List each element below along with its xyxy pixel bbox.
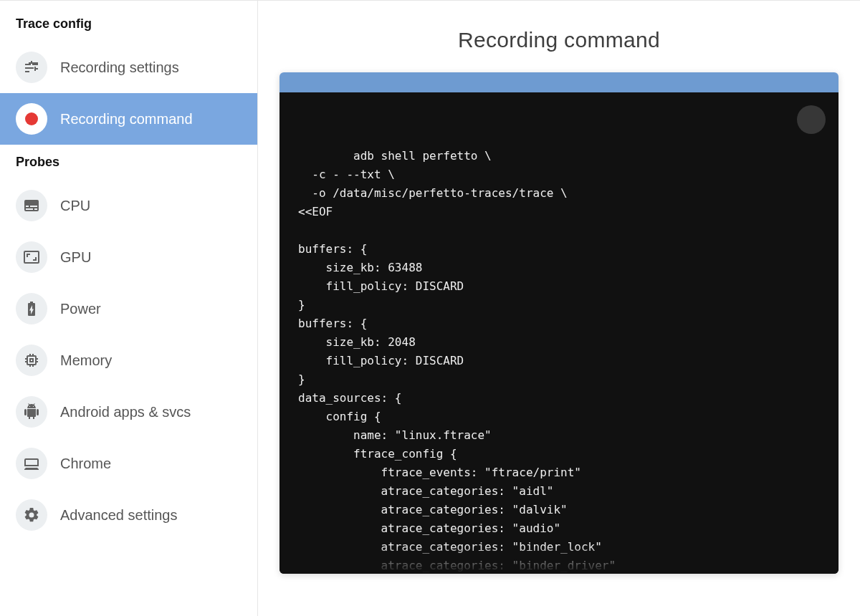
main-panel: Recording command adb shell perfetto \ -… xyxy=(258,1,860,616)
code-card: adb shell perfetto \ -c - --txt \ -o /da… xyxy=(280,72,838,574)
sidebar-item-label: Recording settings xyxy=(60,59,242,76)
android-icon xyxy=(16,396,47,428)
sidebar-item-label: Memory xyxy=(60,352,242,369)
sidebar-item-label: GPU xyxy=(60,249,242,266)
aspect-ratio-icon xyxy=(16,241,47,273)
record-icon xyxy=(16,103,47,135)
sidebar: Trace config Recording settings Recordin… xyxy=(0,1,258,616)
app-frame: Trace config Recording settings Recordin… xyxy=(0,0,860,616)
sidebar-item-advanced[interactable]: Advanced settings xyxy=(0,489,257,541)
sidebar-item-label: Recording command xyxy=(60,111,242,127)
code-card-header xyxy=(280,72,838,92)
section-heading-probes: Probes xyxy=(0,155,257,180)
code-text: adb shell perfetto \ -c - --txt \ -o /da… xyxy=(298,149,616,574)
laptop-icon xyxy=(16,448,47,479)
sidebar-item-label: Power xyxy=(60,301,242,317)
gear-icon xyxy=(16,499,47,531)
sidebar-item-label: CPU xyxy=(60,198,242,214)
svg-point-0 xyxy=(25,112,38,125)
clipboard-icon xyxy=(761,92,838,150)
sidebar-item-chrome[interactable]: Chrome xyxy=(0,438,257,489)
sidebar-item-recording-settings[interactable]: Recording settings xyxy=(0,42,257,93)
copy-button[interactable] xyxy=(797,105,826,134)
sidebar-item-cpu[interactable]: CPU xyxy=(0,180,257,231)
code-body: adb shell perfetto \ -c - --txt \ -o /da… xyxy=(280,92,838,574)
memory-icon xyxy=(16,345,47,376)
subtitles-icon xyxy=(16,190,47,221)
battery-icon xyxy=(16,293,47,324)
sidebar-item-power[interactable]: Power xyxy=(0,283,257,335)
section-heading-trace: Trace config xyxy=(0,16,257,42)
tune-icon xyxy=(16,52,47,83)
sidebar-item-recording-command[interactable]: Recording command xyxy=(0,93,257,145)
sidebar-item-label: Android apps & svcs xyxy=(60,404,242,420)
sidebar-item-memory[interactable]: Memory xyxy=(0,335,257,386)
sidebar-item-label: Chrome xyxy=(60,456,242,472)
sidebar-item-android[interactable]: Android apps & svcs xyxy=(0,386,257,438)
page-title: Recording command xyxy=(458,28,660,52)
sidebar-item-label: Advanced settings xyxy=(60,507,242,524)
sidebar-item-gpu[interactable]: GPU xyxy=(0,231,257,283)
